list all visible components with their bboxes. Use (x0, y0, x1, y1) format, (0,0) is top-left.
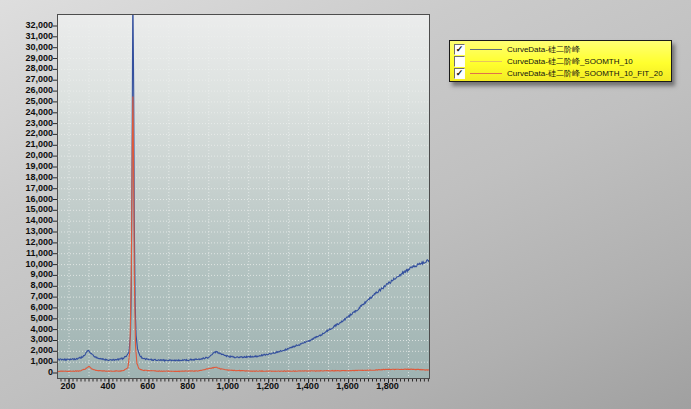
x-tick-label: 1,200 (246, 381, 290, 391)
x-tick-label: 600 (126, 381, 170, 391)
x-tick-label: 1,000 (206, 381, 250, 391)
x-tick-label: 1,400 (286, 381, 330, 391)
y-tick-label: 3,000 (0, 334, 53, 344)
y-tick-label: 32,000 (0, 20, 53, 30)
y-tick-label: 11,000 (0, 248, 53, 258)
x-tick-label: 1,800 (366, 381, 410, 391)
y-tick-label: 6,000 (0, 302, 53, 312)
y-tick-label: 27,000 (0, 74, 53, 84)
y-tick-label: 22,000 (0, 128, 53, 138)
y-tick-label: 15,000 (0, 204, 53, 214)
y-tick-label: 16,000 (0, 194, 53, 204)
y-tick-label: 30,000 (0, 42, 53, 52)
legend-item-label: CurveData-硅二阶峰_SOOMTH_10_FIT_20 (507, 68, 663, 79)
y-tick-label: 20,000 (0, 150, 53, 160)
y-tick-label: 21,000 (0, 139, 53, 149)
x-tick-label: 200 (46, 381, 90, 391)
y-tick-label: 26,000 (0, 85, 53, 95)
y-tick-label: 5,000 (0, 313, 53, 323)
legend-line-sample-0 (470, 49, 502, 50)
x-tick-label: 800 (166, 381, 210, 391)
y-tick-label: 17,000 (0, 183, 53, 193)
chart-window: 01,0002,0003,0004,0005,0006,0007,0008,00… (0, 0, 691, 409)
legend-item-smooth10[interactable]: CurveData-硅二阶峰_SOOMTH_10 (450, 55, 671, 67)
y-tick-label: 31,000 (0, 31, 53, 41)
legend-item-smooth10-fit20[interactable]: ✓ CurveData-硅二阶峰_SOOMTH_10_FIT_20 (450, 67, 671, 79)
y-tick-label: 19,000 (0, 161, 53, 171)
legend-box: ✓ CurveData-硅二阶峰 CurveData-硅二阶峰_SOOMTH_1… (449, 40, 672, 82)
legend-line-sample-2 (470, 73, 502, 74)
y-tick-label: 18,000 (0, 172, 53, 182)
y-tick-label: 23,000 (0, 118, 53, 128)
y-tick-label: 12,000 (0, 237, 53, 247)
legend-item-label: CurveData-硅二阶峰_SOOMTH_10 (507, 56, 633, 67)
y-tick-label: 29,000 (0, 53, 53, 63)
legend-checkbox-0[interactable]: ✓ (454, 44, 465, 55)
y-tick-label: 24,000 (0, 107, 53, 117)
y-tick-label: 4,000 (0, 324, 53, 334)
x-tick-label: 400 (86, 381, 130, 391)
y-tick-label: 13,000 (0, 226, 53, 236)
plot-area (57, 14, 430, 379)
y-tick-label: 25,000 (0, 96, 53, 106)
y-tick-label: 10,000 (0, 259, 53, 269)
y-tick-label: 0 (0, 367, 53, 377)
x-tick-label: 1,600 (326, 381, 370, 391)
y-tick-label: 2,000 (0, 345, 53, 355)
y-tick-label: 9,000 (0, 269, 53, 279)
legend-line-sample-1 (470, 61, 502, 62)
legend-checkbox-2[interactable]: ✓ (454, 68, 465, 79)
y-tick-label: 28,000 (0, 63, 53, 73)
y-tick-label: 7,000 (0, 291, 53, 301)
legend-item-label: CurveData-硅二阶峰 (507, 44, 580, 55)
legend-item-curvedata[interactable]: ✓ CurveData-硅二阶峰 (450, 43, 671, 55)
legend-checkbox-1[interactable] (454, 56, 465, 67)
chart-canvas (58, 15, 429, 378)
y-tick-label: 8,000 (0, 280, 53, 290)
y-tick-label: 1,000 (0, 356, 53, 366)
y-tick-label: 14,000 (0, 215, 53, 225)
